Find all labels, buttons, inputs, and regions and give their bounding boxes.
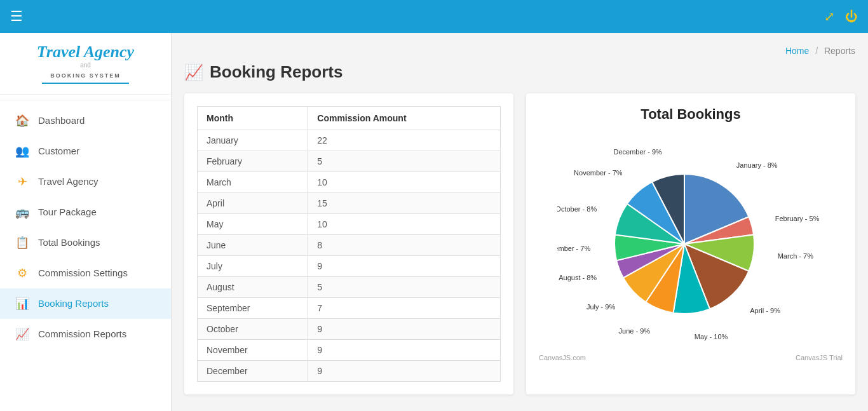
pie-label-september: September - 7%: [557, 245, 590, 252]
table-row: February5: [198, 151, 501, 172]
cell-amount: 5: [308, 151, 501, 172]
pie-label-june: June - 9%: [619, 327, 651, 335]
cell-amount: 10: [308, 214, 501, 235]
pie-label-january: January - 8%: [736, 161, 778, 169]
table-row: March10: [198, 172, 501, 193]
cell-amount: 10: [308, 172, 501, 193]
table-row: August5: [198, 277, 501, 298]
cell-amount: 9: [308, 319, 501, 340]
chart-footer-right: CanvasJS Trial: [796, 354, 843, 361]
cell-month: December: [198, 361, 308, 382]
main-layout: Travel Agency and BOOKING SYSTEM 🏠 Dashb…: [0, 33, 868, 411]
sidebar-item-label: Tour Package: [38, 206, 97, 217]
commission-settings-icon: ⚙: [15, 266, 29, 280]
page-title-text: Booking Reports: [210, 62, 342, 82]
cell-month: June: [198, 235, 308, 256]
cell-amount: 9: [308, 361, 501, 382]
sidebar-item-commission-reports[interactable]: 📈 Commission Reports: [0, 319, 171, 349]
breadcrumb-home[interactable]: Home: [785, 46, 809, 56]
table-row: January22: [198, 130, 501, 151]
content-grid: Month Commission Amount January22Februar…: [184, 93, 855, 394]
cell-month: April: [198, 193, 308, 214]
sidebar-item-label: Booking Reports: [38, 298, 109, 309]
sidebar-item-customer[interactable]: 👥 Customer: [0, 136, 171, 166]
cell-month: July: [198, 256, 308, 277]
travel-agency-icon: ✈: [15, 175, 29, 189]
pie-label-march: March - 7%: [778, 252, 813, 260]
pie-label-february: February - 5%: [775, 215, 820, 222]
logo-booking: BOOKING SYSTEM: [50, 72, 121, 79]
logo-travel: Travel Agency: [13, 43, 158, 62]
pie-label-october: October - 8%: [557, 205, 597, 213]
chart-title: Total Bookings: [641, 106, 740, 123]
breadcrumb: Home / Reports: [184, 46, 855, 56]
cell-month: May: [198, 214, 308, 235]
sidebar-item-dashboard[interactable]: 🏠 Dashboard: [0, 105, 171, 136]
table-row: November9: [198, 340, 501, 361]
sidebar: Travel Agency and BOOKING SYSTEM 🏠 Dashb…: [0, 33, 172, 411]
cell-amount: 9: [308, 256, 501, 277]
cell-amount: 7: [308, 298, 501, 319]
cell-amount: 8: [308, 235, 501, 256]
power-icon[interactable]: ⏻: [845, 10, 858, 24]
booking-reports-icon: 📊: [15, 297, 29, 311]
pie-label-may: May - 10%: [695, 333, 728, 340]
chart-footer: CanvasJS.com CanvasJS Trial: [539, 354, 843, 361]
sidebar-item-label: Commission Settings: [38, 267, 128, 278]
sidebar-item-tour-package[interactable]: 🚌 Tour Package: [0, 197, 171, 227]
page-title: 📈 Booking Reports: [184, 62, 855, 82]
dashboard-icon: 🏠: [15, 114, 29, 128]
table-header-amount: Commission Amount: [308, 107, 501, 130]
cell-month: November: [198, 340, 308, 361]
hamburger-icon[interactable]: ☰: [10, 8, 23, 25]
pie-label-december: December - 9%: [613, 148, 662, 156]
sidebar-item-booking-reports[interactable]: 📊 Booking Reports: [0, 288, 171, 319]
sidebar-logo: Travel Agency and BOOKING SYSTEM: [0, 33, 171, 95]
table-row: May10: [198, 214, 501, 235]
customer-icon: 👥: [15, 144, 29, 158]
cell-amount: 22: [308, 130, 501, 151]
cell-month: October: [198, 319, 308, 340]
pie-label-july: July - 9%: [587, 303, 615, 311]
sidebar-divider: [0, 100, 171, 100]
sidebar-item-label: Customer: [38, 145, 79, 156]
logo-underline: [42, 83, 129, 84]
table-row: October9: [198, 319, 501, 340]
logo-and: and: [13, 62, 158, 69]
table-card: Month Commission Amount January22Februar…: [184, 93, 513, 394]
topbar-right: ⤢ ⏻: [824, 9, 858, 24]
table-row: April15: [198, 193, 501, 214]
cell-amount: 9: [308, 340, 501, 361]
breadcrumb-separator: /: [815, 46, 818, 56]
sidebar-item-commission-settings[interactable]: ⚙ Commission Settings: [0, 258, 171, 288]
cell-month: January: [198, 130, 308, 151]
table-row: September7: [198, 298, 501, 319]
table-row: June8: [198, 235, 501, 256]
chart-card: Total Bookings January - 8%February - 5%…: [526, 93, 855, 394]
pie-label-november: November - 7%: [574, 169, 623, 177]
cell-month: September: [198, 298, 308, 319]
page-title-icon: 📈: [184, 64, 203, 81]
table-row: July9: [198, 256, 501, 277]
pie-label-august: August - 8%: [559, 274, 597, 281]
cell-amount: 15: [308, 193, 501, 214]
table-row: December9: [198, 361, 501, 382]
sidebar-item-label: Dashboard: [38, 115, 85, 126]
topbar: ☰ ⤢ ⏻: [0, 0, 868, 33]
breadcrumb-current: Reports: [824, 46, 855, 56]
cell-month: February: [198, 151, 308, 172]
pie-label-april: April - 9%: [750, 307, 780, 314]
booking-report-table: Month Commission Amount January22Februar…: [197, 106, 501, 382]
content-area: Home / Reports 📈 Booking Reports Month C…: [172, 33, 868, 411]
sidebar-item-label: Commission Reports: [38, 328, 126, 339]
tour-package-icon: 🚌: [15, 205, 29, 219]
cell-amount: 5: [308, 277, 501, 298]
sidebar-item-label: Travel Agency: [38, 176, 98, 187]
table-header-month: Month: [198, 107, 308, 130]
sidebar-item-total-bookings[interactable]: 📋 Total Bookings: [0, 227, 171, 258]
chart-footer-left: CanvasJS.com: [539, 354, 586, 361]
sidebar-item-travel-agency[interactable]: ✈ Travel Agency: [0, 166, 171, 197]
sidebar-item-label: Total Bookings: [38, 237, 100, 248]
cell-month: August: [198, 277, 308, 298]
resize-icon[interactable]: ⤢: [824, 9, 835, 24]
